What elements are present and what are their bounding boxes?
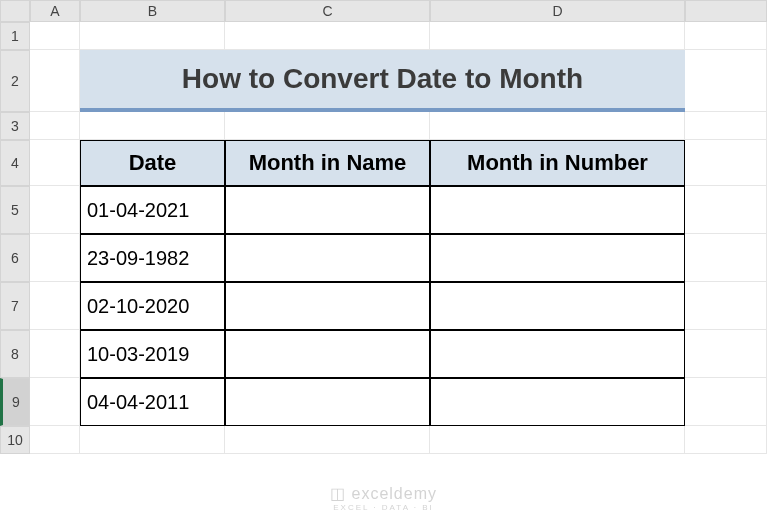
table-cell-mname-4[interactable] xyxy=(225,378,430,426)
cell-e10[interactable] xyxy=(685,426,767,454)
cell-c3[interactable] xyxy=(225,112,430,140)
spreadsheet-grid: A B C D 1 2 How to Convert Date to Month… xyxy=(0,0,767,454)
cell-e7[interactable] xyxy=(685,282,767,330)
cell-a7[interactable] xyxy=(30,282,80,330)
cell-c10[interactable] xyxy=(225,426,430,454)
cell-d1[interactable] xyxy=(430,22,685,50)
cell-b3[interactable] xyxy=(80,112,225,140)
row-header-6[interactable]: 6 xyxy=(0,234,30,282)
table-header-month-name[interactable]: Month in Name xyxy=(225,140,430,186)
table-cell-mnum-2[interactable] xyxy=(430,282,685,330)
watermark-brand: exceldemy xyxy=(351,485,436,502)
table-cell-mnum-3[interactable] xyxy=(430,330,685,378)
table-cell-mnum-1[interactable] xyxy=(430,234,685,282)
row-header-8[interactable]: 8 xyxy=(0,330,30,378)
table-cell-mname-1[interactable] xyxy=(225,234,430,282)
row-header-7[interactable]: 7 xyxy=(0,282,30,330)
table-cell-mnum-0[interactable] xyxy=(430,186,685,234)
cell-d10[interactable] xyxy=(430,426,685,454)
cell-a5[interactable] xyxy=(30,186,80,234)
cell-a1[interactable] xyxy=(30,22,80,50)
cell-a2[interactable] xyxy=(30,50,80,112)
table-cell-mname-3[interactable] xyxy=(225,330,430,378)
col-header-c[interactable]: C xyxy=(225,0,430,22)
watermark-tagline: EXCEL · DATA · BI xyxy=(0,503,767,512)
col-header-b[interactable]: B xyxy=(80,0,225,22)
row-header-3[interactable]: 3 xyxy=(0,112,30,140)
table-cell-mname-0[interactable] xyxy=(225,186,430,234)
table-cell-date-1[interactable]: 23-09-1982 xyxy=(80,234,225,282)
watermark-logo-icon: ◫ xyxy=(330,485,351,502)
cell-c1[interactable] xyxy=(225,22,430,50)
cell-e5[interactable] xyxy=(685,186,767,234)
cell-e1[interactable] xyxy=(685,22,767,50)
row-header-5[interactable]: 5 xyxy=(0,186,30,234)
row-header-2[interactable]: 2 xyxy=(0,50,30,112)
row-header-1[interactable]: 1 xyxy=(0,22,30,50)
cell-e3[interactable] xyxy=(685,112,767,140)
table-header-date[interactable]: Date xyxy=(80,140,225,186)
table-cell-date-3[interactable]: 10-03-2019 xyxy=(80,330,225,378)
table-cell-date-4[interactable]: 04-04-2011 xyxy=(80,378,225,426)
watermark: ◫ exceldemy EXCEL · DATA · BI xyxy=(0,484,767,512)
table-cell-mname-2[interactable] xyxy=(225,282,430,330)
cell-e2[interactable] xyxy=(685,50,767,112)
col-header-d[interactable]: D xyxy=(430,0,685,22)
select-all-corner[interactable] xyxy=(0,0,30,22)
cell-e4[interactable] xyxy=(685,140,767,186)
page-title: How to Convert Date to Month xyxy=(80,50,685,112)
table-cell-date-0[interactable]: 01-04-2021 xyxy=(80,186,225,234)
table-header-month-number[interactable]: Month in Number xyxy=(430,140,685,186)
col-header-a[interactable]: A xyxy=(30,0,80,22)
cell-a3[interactable] xyxy=(30,112,80,140)
cell-a6[interactable] xyxy=(30,234,80,282)
cell-b1[interactable] xyxy=(80,22,225,50)
table-cell-date-2[interactable]: 02-10-2020 xyxy=(80,282,225,330)
row-header-9[interactable]: 9 xyxy=(0,378,30,426)
cell-e6[interactable] xyxy=(685,234,767,282)
row-header-10[interactable]: 10 xyxy=(0,426,30,454)
col-header-blank[interactable] xyxy=(685,0,767,22)
cell-b10[interactable] xyxy=(80,426,225,454)
cell-a9[interactable] xyxy=(30,378,80,426)
cell-a4[interactable] xyxy=(30,140,80,186)
cell-e8[interactable] xyxy=(685,330,767,378)
cell-d3[interactable] xyxy=(430,112,685,140)
cell-e9[interactable] xyxy=(685,378,767,426)
cell-a10[interactable] xyxy=(30,426,80,454)
row-header-4[interactable]: 4 xyxy=(0,140,30,186)
cell-a8[interactable] xyxy=(30,330,80,378)
table-cell-mnum-4[interactable] xyxy=(430,378,685,426)
